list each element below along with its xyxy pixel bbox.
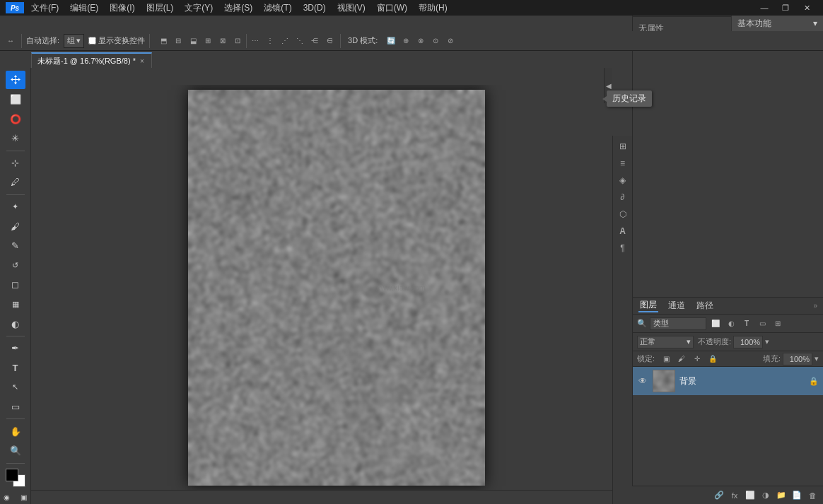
filter-adjust-icon[interactable]: ◐ xyxy=(725,317,737,330)
filter-smart-icon[interactable]: ⊞ xyxy=(771,317,784,330)
crop-tool[interactable]: ⊹ xyxy=(6,153,25,172)
menu-image[interactable]: 图像(I) xyxy=(105,2,139,14)
text-tool[interactable]: T xyxy=(6,359,25,377)
canvas-image: www.xiaw.com xyxy=(188,90,485,486)
dodge-tool[interactable]: ◐ xyxy=(6,315,25,333)
eraser-tool[interactable]: ◻ xyxy=(6,276,25,294)
close-button[interactable]: ✕ xyxy=(796,0,817,16)
menu-view[interactable]: 视图(V) xyxy=(333,2,370,14)
spot-heal-tool[interactable]: ✦ xyxy=(6,198,25,216)
menu-file[interactable]: 文件(F) xyxy=(27,2,63,14)
menu-filter[interactable]: 滤镜(T) xyxy=(259,2,296,14)
tool-separator3 xyxy=(6,336,25,336)
fill-label: 填充: xyxy=(763,353,781,364)
side-styles-icon[interactable]: ◈ xyxy=(615,172,631,188)
quick-mask-btn[interactable]: ◉ xyxy=(0,490,14,504)
adjustment-layer-icon[interactable]: ◑ xyxy=(759,489,772,502)
basic-feature-selector[interactable]: 基本功能 ▾ xyxy=(731,16,823,31)
3d-icon2[interactable]: ⊕ xyxy=(399,35,412,47)
move-tool-arrows[interactable]: ↔ xyxy=(4,35,17,47)
new-group-icon[interactable]: 📁 xyxy=(775,489,788,502)
layer-mask-icon[interactable]: ⬜ xyxy=(744,489,757,502)
shape-tool[interactable]: ▭ xyxy=(6,398,25,416)
blend-mode-dropdown[interactable]: 正常 ▾ xyxy=(637,336,694,348)
lock-transparent-icon[interactable]: ▣ xyxy=(660,353,672,365)
side-paragraph-icon[interactable]: ¶ xyxy=(615,240,631,256)
align-top-icon[interactable]: ⊞ xyxy=(202,35,214,47)
menu-window[interactable]: 窗口(W) xyxy=(373,2,412,14)
layers-expand-icon[interactable]: » xyxy=(813,302,817,310)
show-transform-checkbox[interactable]: 显示变换控件 xyxy=(88,35,145,46)
title-bar: Ps 文件(F) 编辑(E) 图像(I) 图层(L) 文字(Y) 选择(S) 滤… xyxy=(0,0,823,16)
tab-close-button[interactable]: × xyxy=(140,57,144,65)
filter-shape-icon[interactable]: ▭ xyxy=(756,317,769,330)
document-tab[interactable]: 未标题-1 @ 16.7%(RGB/8) * × xyxy=(31,52,152,68)
eyedropper-tool[interactable]: 🖊 xyxy=(6,173,25,192)
gradient-tool[interactable]: ▦ xyxy=(6,295,25,314)
move-tool[interactable] xyxy=(6,71,25,89)
side-swatches-icon[interactable]: ∂ xyxy=(615,189,631,205)
delete-layer-icon[interactable]: 🗑 xyxy=(806,489,819,502)
menu-3d[interactable]: 3D(D) xyxy=(299,3,330,13)
tab-layers[interactable]: 图层 xyxy=(638,299,658,312)
3d-icon4[interactable]: ⊙ xyxy=(429,35,442,47)
layer-lock-icon: 🔒 xyxy=(809,377,819,386)
path-select-tool[interactable]: ↖ xyxy=(6,378,25,397)
lock-all-icon[interactable]: 🔒 xyxy=(707,353,718,365)
align-left-icon[interactable]: ⬒ xyxy=(157,35,170,47)
new-layer-icon[interactable]: 📄 xyxy=(790,489,803,502)
side-properties-icon[interactable]: ⊞ xyxy=(615,139,631,154)
magic-wand-tool[interactable]: ✳ xyxy=(6,129,25,148)
layer-fx-icon[interactable]: fx xyxy=(728,489,741,502)
dist6-icon[interactable]: ⋳ xyxy=(323,35,336,47)
marquee-tool[interactable]: ⬜ xyxy=(6,90,25,109)
layer-item[interactable]: 👁 背景 🔒 xyxy=(633,367,823,395)
3d-icon3[interactable]: ⊗ xyxy=(414,35,427,47)
menu-edit[interactable]: 编辑(E) xyxy=(66,2,103,14)
clone-stamp-tool[interactable]: ✎ xyxy=(6,237,25,255)
minimize-button[interactable]: — xyxy=(754,0,775,16)
dist5-icon[interactable]: ⋲ xyxy=(308,35,321,47)
dist-h-icon[interactable]: ⋯ xyxy=(249,35,262,47)
color-swatch[interactable] xyxy=(6,469,25,487)
dist3-icon[interactable]: ⋰ xyxy=(279,35,291,47)
align-center-v-icon[interactable]: ⊠ xyxy=(216,35,229,47)
group-dropdown[interactable]: 组▾ xyxy=(64,34,84,48)
history-brush-tool[interactable]: ↺ xyxy=(6,256,25,274)
align-right-icon[interactable]: ⬓ xyxy=(187,35,199,47)
layer-visibility-toggle[interactable]: 👁 xyxy=(637,375,648,387)
align-bottom-icon[interactable]: ⊡ xyxy=(231,35,244,47)
menu-text[interactable]: 文字(Y) xyxy=(180,2,217,14)
dist-v-icon[interactable]: ⋮ xyxy=(264,35,276,47)
lock-position-icon[interactable]: ✛ xyxy=(691,353,703,365)
options-bar: ↔ 自动选择: 组▾ 显示变换控件 ⬒ ⊟ ⬓ ⊞ ⊠ ⊡ ⋯ ⋮ ⋰ ⋱ ⋲ … xyxy=(0,31,823,51)
align-center-h-icon[interactable]: ⊟ xyxy=(172,35,185,47)
fill-input[interactable]: 100% xyxy=(783,353,812,365)
3d-icon1[interactable]: 🔄 xyxy=(385,35,397,47)
dist4-icon[interactable]: ⋱ xyxy=(293,35,306,47)
opacity-input[interactable]: 100% xyxy=(733,336,763,348)
lock-image-icon[interactable]: 🖌 xyxy=(676,353,687,365)
restore-button[interactable]: ❐ xyxy=(775,0,796,16)
tab-channels[interactable]: 通道 xyxy=(667,300,687,312)
menu-select[interactable]: 选择(S) xyxy=(220,2,257,14)
tab-paths[interactable]: 路径 xyxy=(695,300,715,312)
side-libraries-icon[interactable]: ⬡ xyxy=(615,206,631,222)
brush-tool[interactable]: 🖌 xyxy=(6,217,25,235)
pen-tool[interactable]: ✒ xyxy=(6,339,25,358)
filter-type-dropdown[interactable]: 类型 xyxy=(650,317,706,330)
3d-icon5[interactable]: ⊘ xyxy=(444,35,457,47)
lasso-tool[interactable]: ⭕ xyxy=(6,110,25,128)
hand-tool[interactable]: ✋ xyxy=(6,422,25,440)
filter-pixel-icon[interactable]: ⬜ xyxy=(709,317,722,330)
layer-link-icon[interactable]: 🔗 xyxy=(713,489,725,502)
side-character-icon[interactable]: A xyxy=(615,223,631,239)
menu-help[interactable]: 帮助(H) xyxy=(414,2,452,14)
side-adjustments-icon[interactable]: ≡ xyxy=(615,156,631,171)
screen-mode-btn[interactable]: ▣ xyxy=(17,490,31,504)
zoom-tool[interactable]: 🔍 xyxy=(6,442,25,460)
layers-blend-bar: 正常 ▾ 不透明度: 100% ▾ xyxy=(633,333,823,351)
menu-layer[interactable]: 图层(L) xyxy=(142,2,178,14)
layer-thumbnail xyxy=(653,370,675,392)
filter-text-icon[interactable]: T xyxy=(740,317,753,330)
